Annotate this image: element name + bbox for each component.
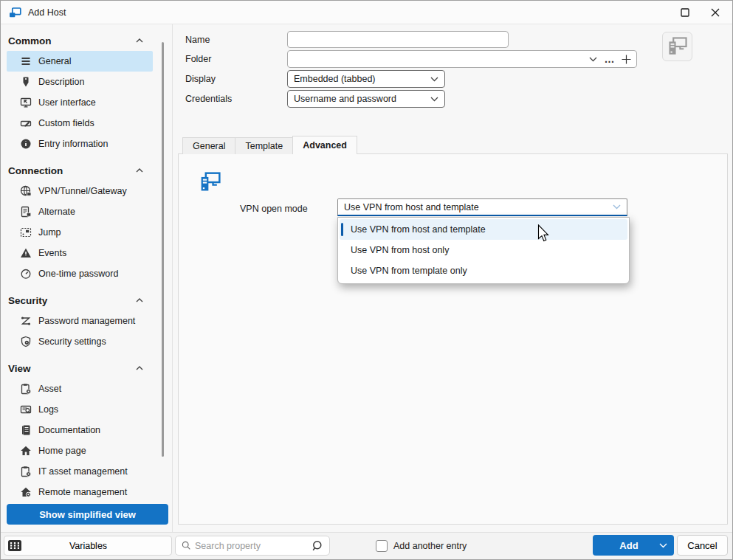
tag-icon [20, 76, 32, 88]
vpn-open-mode-select[interactable]: Use VPN from host and template [337, 198, 627, 216]
home-gear-icon [20, 486, 32, 498]
close-button[interactable] [698, 1, 732, 24]
sidebar-item-events[interactable]: Events [7, 243, 153, 263]
home-icon [20, 445, 32, 457]
sidebar-item-logs[interactable]: Logs [7, 399, 153, 420]
section-label: Security [8, 295, 47, 306]
credentials-value: Username and password [294, 94, 396, 104]
sidebar-item-password-management[interactable]: Password management [7, 311, 153, 331]
sidebar-item-documentation[interactable]: Documentation [7, 420, 153, 440]
sidebar-header-connection[interactable]: Connection [1, 160, 156, 181]
vpn-open-mode-dropdown: Use VPN from host and template Use VPN f… [337, 217, 630, 284]
folder-combobox[interactable]: … [287, 50, 637, 68]
documentation-icon [20, 424, 32, 436]
tab-template[interactable]: Template [235, 137, 293, 154]
sidebar-header-common[interactable]: Common [1, 30, 156, 51]
item-label: Jump [38, 227, 61, 238]
chevron-up-icon [134, 165, 145, 176]
sidebar-header-view[interactable]: View [1, 358, 156, 378]
variables-grid-icon [8, 540, 21, 551]
main-area: Name Folder … Display Embedded (tabbed) [173, 24, 732, 532]
password-nodes-icon [20, 315, 32, 327]
sidebar-item-one-time-password[interactable]: One-time password [7, 263, 153, 284]
vpn-open-mode-label: VPN open mode [240, 200, 308, 218]
advanced-tab-panel: VPN open mode Use VPN from host and temp… [178, 153, 728, 525]
close-icon [711, 8, 720, 17]
vpn-option-template-only[interactable]: Use VPN from template only [340, 260, 627, 281]
sidebar-item-home-page[interactable]: Home page [7, 440, 153, 461]
add-another-entry-checkbox[interactable] [376, 540, 388, 552]
chevron-down-icon [430, 77, 438, 82]
window-title: Add Host [28, 1, 66, 24]
item-label: One-time password [38, 269, 118, 279]
sidebar: Common General Description User interfac… [1, 24, 173, 532]
folder-field-row: Folder … [185, 50, 637, 68]
vpn-host-icon [199, 170, 221, 197]
tab-label: Advanced [303, 140, 347, 151]
sidebar-item-general[interactable]: General [7, 51, 153, 72]
item-label: IT asset management [38, 466, 128, 477]
add-dropdown-button[interactable] [652, 543, 674, 548]
add-button-label: Add [593, 540, 652, 551]
sidebar-item-remote-management[interactable]: Remote management [7, 482, 153, 502]
log-search-icon [20, 404, 32, 415]
vpn-option-host-and-template[interactable]: Use VPN from host and template [340, 219, 627, 240]
add-button[interactable]: Add [593, 535, 674, 556]
variables-label: Variables [21, 541, 155, 551]
folder-browse-button[interactable]: … [602, 51, 618, 67]
item-label: Custom fields [38, 118, 94, 128]
item-label: User interface [38, 97, 96, 108]
timer-icon [20, 268, 32, 280]
option-label: Use VPN from host only [351, 245, 449, 255]
monitor-arrow-icon [20, 97, 32, 108]
field-pencil-icon [20, 117, 32, 129]
sidebar-item-jump[interactable]: Jump [7, 222, 153, 243]
sidebar-item-alternate[interactable]: Alternate [7, 201, 153, 222]
display-label: Display [185, 74, 287, 84]
search-action-icon[interactable] [312, 540, 323, 552]
sidebar-item-description[interactable]: Description [7, 72, 153, 92]
sidebar-item-asset[interactable]: Asset [7, 378, 153, 399]
tab-general[interactable]: General [182, 137, 235, 154]
sidebar-header-security[interactable]: Security [1, 290, 156, 311]
item-label: Home page [38, 446, 86, 456]
variables-button[interactable]: Variables [4, 536, 172, 556]
menu-lines-icon [20, 55, 32, 67]
cancel-button[interactable]: Cancel [677, 535, 728, 556]
display-value: Embedded (tabbed) [294, 74, 376, 84]
sidebar-item-it-asset-management[interactable]: IT asset management [7, 461, 153, 482]
clipboard-gear-icon [20, 383, 32, 395]
item-label: Password management [38, 316, 135, 326]
credentials-select[interactable]: Username and password [287, 90, 445, 108]
sidebar-item-security-settings[interactable]: Security settings [7, 331, 153, 352]
item-label: Entry information [38, 139, 108, 149]
name-field-row: Name [185, 31, 509, 48]
section-label: View [8, 363, 31, 374]
search-property-box [175, 536, 330, 556]
chevron-down-icon [659, 543, 667, 548]
display-select[interactable]: Embedded (tabbed) [287, 70, 445, 88]
tab-advanced[interactable]: Advanced [292, 136, 357, 154]
sidebar-item-vpn-tunnel-gateway[interactable]: VPN/Tunnel/Gateway [7, 181, 153, 201]
section-label: Connection [8, 165, 63, 176]
maximize-button[interactable] [668, 1, 702, 24]
search-property-input[interactable] [195, 541, 308, 551]
sidebar-section-connection: Connection VPN/Tunnel/Gateway Alternate … [1, 160, 172, 284]
folder-add-button[interactable] [618, 51, 634, 67]
entry-type-host-button[interactable] [662, 32, 692, 61]
globe-lock-icon [20, 185, 32, 197]
sidebar-item-user-interface[interactable]: User interface [7, 92, 153, 113]
sidebar-scrollbar[interactable] [162, 42, 164, 457]
vpn-option-host-only[interactable]: Use VPN from host only [340, 240, 627, 260]
tab-label: Template [245, 141, 283, 151]
name-input[interactable] [287, 31, 509, 48]
sidebar-item-entry-information[interactable]: Entry information [7, 134, 153, 154]
clipboard-gear-icon [20, 466, 32, 477]
tab-strip: General Template Advanced [182, 136, 357, 154]
folder-dropdown-button[interactable] [585, 51, 601, 67]
show-simplified-view-button[interactable]: Show simplified view [7, 504, 168, 525]
option-label: Use VPN from host and template [351, 224, 486, 235]
credentials-label: Credentials [185, 94, 287, 104]
titlebar: Add Host [1, 1, 732, 24]
sidebar-item-custom-fields[interactable]: Custom fields [7, 113, 153, 134]
